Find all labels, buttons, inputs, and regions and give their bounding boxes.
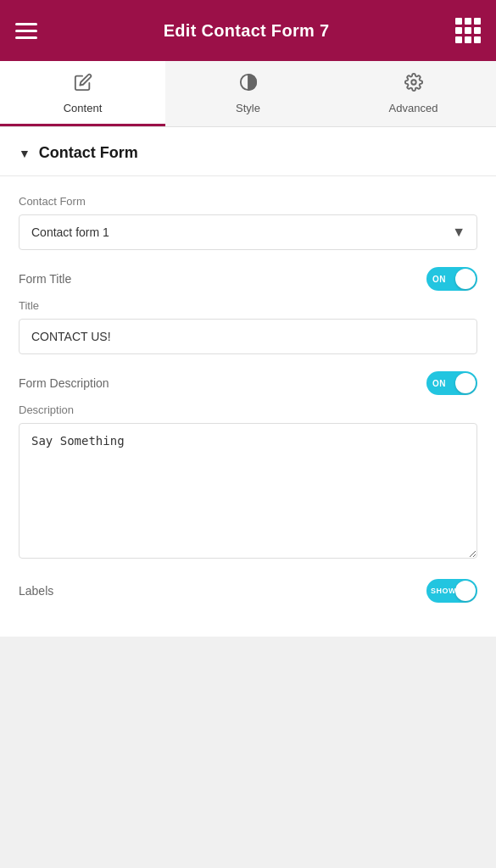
title-field-group: Title [19, 299, 477, 354]
pencil-icon [74, 73, 92, 97]
form-description-toggle[interactable]: ON [426, 371, 477, 395]
section-title: Contact Form [39, 144, 138, 162]
tab-content[interactable]: Content [0, 61, 165, 126]
tab-advanced[interactable]: Advanced [331, 61, 496, 126]
title-input[interactable] [19, 319, 477, 354]
form-description-toggle-label: ON [432, 379, 446, 388]
tab-content-label: Content [64, 102, 103, 114]
labels-toggle-thumb [455, 581, 476, 601]
labels-toggle-track[interactable]: SHOW [426, 579, 477, 603]
form-description-label: Form Description [19, 376, 109, 390]
grid-menu-button[interactable] [455, 18, 481, 43]
form-title-row: Form Title ON [19, 267, 477, 291]
content-area: Contact Form Contact form 1 ▼ Form Title… [0, 176, 496, 637]
labels-label: Labels [19, 584, 53, 598]
contact-form-select-wrapper: Contact form 1 ▼ [19, 214, 477, 250]
tab-style-label: Style [236, 102, 260, 114]
description-textarea[interactable]: Say Something [19, 423, 477, 559]
labels-toggle[interactable]: SHOW [426, 579, 477, 603]
page-title: Edit Contact Form 7 [164, 21, 330, 41]
app-header: Edit Contact Form 7 [0, 0, 496, 61]
form-title-toggle-thumb [455, 269, 476, 289]
hamburger-menu-button[interactable] [15, 23, 37, 39]
labels-row: Labels SHOW [19, 579, 477, 603]
style-icon [239, 73, 258, 97]
tab-bar: Content Style Advanced [0, 61, 496, 127]
tab-style[interactable]: Style [165, 61, 331, 126]
contact-form-select[interactable]: Contact form 1 [19, 214, 477, 250]
section-collapse-arrow[interactable]: ▼ [19, 147, 31, 160]
labels-toggle-label: SHOW [431, 587, 456, 595]
title-label: Title [19, 299, 477, 312]
contact-form-field-group: Contact Form Contact form 1 ▼ [19, 195, 477, 250]
form-title-label: Form Title [19, 272, 71, 286]
form-description-toggle-thumb [455, 373, 476, 393]
form-title-toggle-label: ON [432, 275, 446, 284]
section-header: ▼ Contact Form [0, 127, 496, 176]
svg-point-1 [411, 80, 416, 85]
gear-icon [404, 73, 423, 97]
form-title-toggle-track[interactable]: ON [426, 267, 477, 291]
form-description-row: Form Description ON [19, 371, 477, 395]
description-field-group: Description Say Something [19, 403, 477, 562]
description-label: Description [19, 403, 477, 416]
contact-form-label: Contact Form [19, 195, 477, 208]
form-description-toggle-track[interactable]: ON [426, 371, 477, 395]
form-title-toggle[interactable]: ON [426, 267, 477, 291]
tab-advanced-label: Advanced [389, 102, 438, 114]
